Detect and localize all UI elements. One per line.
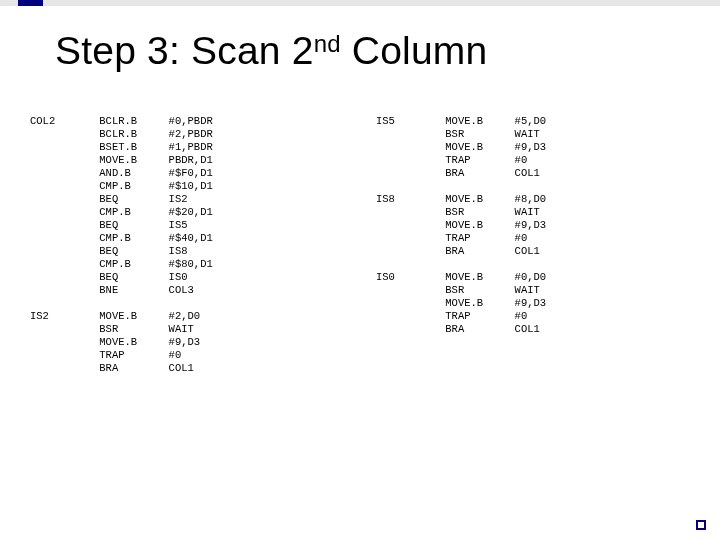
code-column-left: COL2 BCLR.B #0,PBDR BCLR.B #2,PBDR BSET.… [30, 115, 344, 520]
slide: Step 3: Scan 2nd Column COL2 BCLR.B #0,P… [0, 0, 720, 540]
content-area: COL2 BCLR.B #0,PBDR BCLR.B #2,PBDR BSET.… [30, 115, 690, 520]
top-bar [0, 0, 720, 6]
slide-title: Step 3: Scan 2nd Column [55, 28, 487, 73]
code-column-right: IS5 MOVE.B #5,D0 BSR WAIT MOVE.B #9,D3 T… [344, 115, 690, 520]
footer-marker [696, 520, 706, 530]
accent-block [18, 0, 43, 6]
